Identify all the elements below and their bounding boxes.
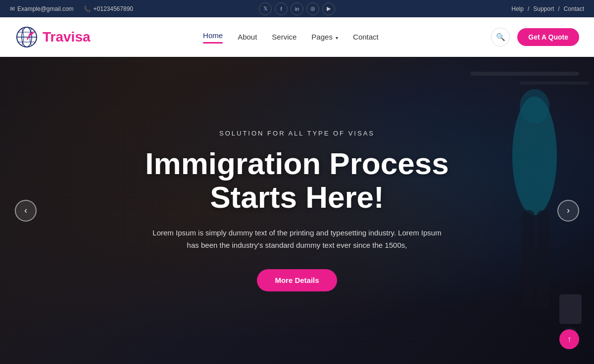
hero-content: SOLUTION FOR ALL TYPE OF VISAS Immigrati… xyxy=(124,130,470,291)
scroll-to-top-button[interactable]: ↑ xyxy=(559,329,579,349)
nav-item-contact: Contact xyxy=(353,33,379,42)
arrow-up-icon: ↑ xyxy=(567,335,571,344)
nav-item-home: Home xyxy=(203,31,223,44)
nav-item-pages: Pages ▾ xyxy=(311,33,338,42)
hero-section: SOLUTION FOR ALL TYPE OF VISAS Immigrati… xyxy=(0,57,594,364)
nav-link-service[interactable]: Service xyxy=(272,33,297,43)
facebook-icon[interactable]: f xyxy=(275,2,288,15)
phone-number: +01234567890 xyxy=(94,5,133,12)
carousel-prev-button[interactable]: ‹ xyxy=(15,200,37,222)
email-address: Example@gmail.com xyxy=(17,5,74,12)
instagram-icon[interactable]: ◎ xyxy=(306,2,319,15)
nav-item-about: About xyxy=(238,33,257,42)
pages-dropdown-arrow: ▾ xyxy=(336,35,338,41)
nav-item-service: Service xyxy=(272,33,297,42)
search-button[interactable]: 🔍 xyxy=(491,28,510,46)
nav-link-home[interactable]: Home xyxy=(203,31,223,42)
envelope-icon: ✉ xyxy=(10,5,15,12)
help-link[interactable]: Help xyxy=(511,5,524,12)
twitter-icon[interactable]: 𝕏 xyxy=(259,2,272,15)
email-link[interactable]: ✉ Example@gmail.com xyxy=(10,5,74,12)
hero-subtitle: SOLUTION FOR ALL TYPE OF VISAS xyxy=(124,130,470,137)
nav-links: Home About Service Pages ▾ Contact xyxy=(203,31,379,44)
top-bar-right: Help / Support / Contact xyxy=(511,5,584,12)
more-details-button[interactable]: More Details xyxy=(257,269,337,291)
navbar: Travisa Home About Service Pages ▾ Conta… xyxy=(0,17,594,57)
chevron-right-icon: › xyxy=(567,205,570,216)
nav-link-pages[interactable]: Pages ▾ xyxy=(311,33,338,43)
carousel-next-button[interactable]: › xyxy=(557,200,579,222)
youtube-icon[interactable]: ▶ xyxy=(322,2,335,15)
search-icon: 🔍 xyxy=(496,33,505,42)
hero-title: Immigration Process Starts Here! xyxy=(124,147,470,214)
logo[interactable]: Travisa xyxy=(15,25,91,49)
phone-icon: 📞 xyxy=(84,5,91,12)
get-quote-button[interactable]: Get A Quote xyxy=(517,28,579,46)
top-bar: ✉ Example@gmail.com 📞 +01234567890 𝕏 f i… xyxy=(0,0,594,17)
contact-topbar-link[interactable]: Contact xyxy=(564,5,584,12)
logo-text: Travisa xyxy=(43,29,91,45)
separator-1: / xyxy=(528,5,529,12)
top-bar-left: ✉ Example@gmail.com 📞 +01234567890 xyxy=(10,5,133,12)
nav-right: 🔍 Get A Quote xyxy=(491,28,579,46)
hero-description: Lorem Ipsum is simply dummy text of the … xyxy=(124,227,470,252)
linkedin-icon[interactable]: in xyxy=(291,2,303,15)
phone-link[interactable]: 📞 +01234567890 xyxy=(84,5,133,12)
nav-link-contact[interactable]: Contact xyxy=(353,33,379,43)
nav-link-about[interactable]: About xyxy=(238,33,257,43)
logo-globe-icon xyxy=(15,25,39,49)
support-link[interactable]: Support xyxy=(533,5,554,12)
social-icons-group: 𝕏 f in ◎ ▶ xyxy=(259,2,335,15)
separator-2: / xyxy=(558,5,559,12)
hero-title-line1: Immigration Process xyxy=(145,146,448,181)
hero-title-line2: Starts Here! xyxy=(210,180,384,214)
chevron-left-icon: ‹ xyxy=(24,205,27,216)
